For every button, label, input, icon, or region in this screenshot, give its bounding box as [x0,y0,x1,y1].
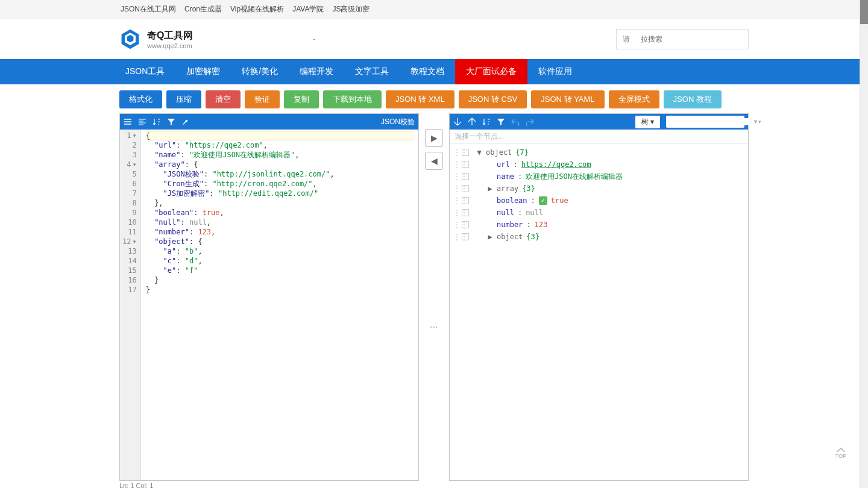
page-scrollbar[interactable] [860,0,868,488]
search-box[interactable]: 请 [616,29,749,49]
nav-item[interactable]: 软件应用 [527,59,583,84]
toolbar-button[interactable]: JSON 教程 [664,90,722,108]
toolbar-button[interactable]: JSON 转 CSV [459,90,527,108]
sort-tree-icon[interactable] [482,117,491,126]
logo[interactable]: 奇Q工具网 www.qqe2.com [119,28,193,50]
main-nav: JSON工具加密解密转换/美化编程开发文字工具教程文档大厂面试必备软件应用 [0,59,868,84]
toolbar-button[interactable]: 清空 [206,90,241,108]
header-dash: - [313,35,315,43]
toolbar-button[interactable]: JSON 转 YAML [531,90,604,108]
toolbar: 格式化压缩清空验证复制下载到本地JSON 转 XMLJSON 转 CSVJSON… [115,90,753,108]
expand-all-icon[interactable] [453,117,462,126]
code-panel: JSON校验 1▾234▾56789101112▾1314151617 { "u… [119,113,419,481]
top-link[interactable]: Cron生成器 [184,5,222,13]
repair-icon[interactable] [181,117,190,126]
nav-item[interactable]: JSON工具 [115,59,175,84]
nav-item[interactable]: 大厂面试必备 [455,59,527,84]
view-mode-selector[interactable]: 树 ▾ [635,116,660,128]
transfer-right-button[interactable]: ▶ [425,129,443,147]
toolbar-button[interactable]: 复制 [284,90,319,108]
nav-item[interactable]: 文字工具 [344,59,400,84]
toolbar-button[interactable]: 全屏模式 [609,90,659,108]
scroll-to-top-button[interactable]: TOP [832,446,850,464]
nav-item[interactable]: 教程文档 [400,59,455,84]
logo-subtitle: www.qqe2.com [147,42,193,49]
tree-row[interactable]: ⋮⋮boolean : ✓ true [453,195,744,207]
scrollbar-thumb[interactable] [860,0,868,24]
filter-tree-icon[interactable] [497,117,505,126]
tree-row[interactable]: ⋮⋮▶object {3} [453,231,744,243]
code-panel-toolbar: JSON校验 [120,114,418,130]
tree-hint: 选择一个节点... [450,130,748,144]
workspace: JSON校验 1▾234▾56789101112▾1314151617 { "u… [115,113,753,481]
status-bar: Ln: 1 Col: 1 [115,481,753,488]
tree-row[interactable]: ⋮⋮name : 欢迎使用JSON在线解析编辑器 [453,170,744,183]
toolbar-button[interactable]: 格式化 [119,90,162,108]
tree-row[interactable]: ⋮⋮▶array {3} [453,183,744,195]
logo-title: 奇Q工具网 [147,30,193,42]
tree-row[interactable]: ⋮⋮number : 123 [453,219,744,231]
nav-item[interactable]: 转换/美化 [231,59,289,84]
top-link[interactable]: JAVA学院 [292,5,324,13]
top-link[interactable]: JSON在线工具网 [121,5,176,13]
logo-icon [119,28,141,50]
filter-icon[interactable] [167,117,175,126]
tree-panel: 树 ▾ ▼▾ 选择一个节点... ⋮⋮▼object {7}⋮⋮url : ht… [449,113,749,481]
format-icon[interactable] [124,117,132,126]
transfer-left-button[interactable]: ◀ [425,152,443,170]
tree-search-box[interactable]: ▼▾ [666,116,744,128]
tree-view[interactable]: ⋮⋮▼object {7}⋮⋮url : https://qqe2.com⋮⋮n… [450,144,748,480]
toolbar-button[interactable]: 下载到本地 [323,90,382,108]
tree-row[interactable]: ⋮⋮null : null [453,207,744,219]
tree-row[interactable]: ⋮⋮url : https://qqe2.com [453,158,744,170]
compact-icon[interactable] [138,117,146,126]
drag-handle-icon[interactable]: ⋮ [429,323,439,333]
nav-item[interactable]: 加密解密 [175,59,231,84]
nav-item[interactable]: 编程开发 [289,59,344,84]
chevron-down-icon[interactable]: ▼▾ [753,119,761,125]
header: 奇Q工具网 www.qqe2.com - 请 [0,19,868,59]
validate-link[interactable]: JSON校验 [381,117,415,127]
code-editor[interactable]: 1▾234▾56789101112▾1314151617 { "url": "h… [120,130,418,480]
collapse-all-icon[interactable] [468,117,476,126]
tree-search-input[interactable] [670,118,753,125]
top-link[interactable]: Vip视频在线解析 [230,5,284,13]
toolbar-button[interactable]: JSON 转 XML [386,90,454,108]
search-label: 请 [617,34,636,45]
toolbar-button[interactable]: 压缩 [166,90,201,108]
undo-icon[interactable] [511,117,520,126]
tree-row[interactable]: ⋮⋮▼object {7} [453,146,744,158]
search-input[interactable] [636,35,748,43]
redo-icon[interactable] [526,117,534,126]
tree-panel-toolbar: 树 ▾ ▼▾ [450,114,748,130]
toolbar-button[interactable]: 验证 [245,90,280,108]
top-bar: JSON在线工具网Cron生成器Vip视频在线解析JAVA学院JS高级加密 [0,0,868,19]
top-link[interactable]: JS高级加密 [332,5,370,13]
transfer-column: ▶ ◀ ⋮ [419,113,449,481]
sort-icon[interactable] [153,117,161,126]
